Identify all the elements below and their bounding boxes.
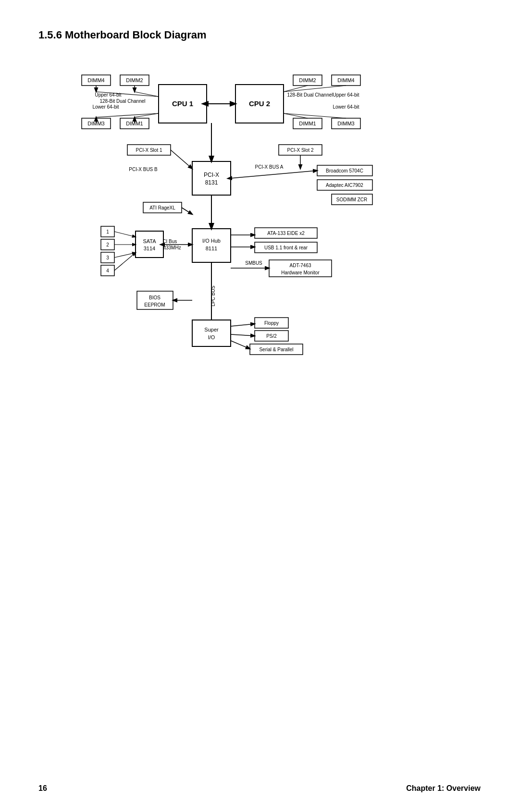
sata-label: SATA xyxy=(143,238,156,244)
svg-line-34 xyxy=(182,208,192,214)
dimm4-right-label: DIMM4 xyxy=(337,77,354,83)
svg-line-19 xyxy=(284,86,346,92)
upper64-left: Upper 64-bit xyxy=(95,92,121,98)
block-diagram: DIMM4 DIMM2 DIMM3 DIMM1 Upper 64-bit 128… xyxy=(53,61,466,397)
iohub-label: I/O Hub xyxy=(202,238,221,244)
svg-line-60 xyxy=(231,334,255,336)
pcix-slot2-label: PCI-X Slot 2 xyxy=(287,148,313,153)
floppy-label: Floppy xyxy=(264,320,279,326)
adaptec-label: Adaptec AIC7902 xyxy=(326,183,363,188)
ati-label: ATI RageXL xyxy=(149,205,175,210)
section-title: 1.5.6 Motherboard Block Diagram xyxy=(38,29,481,41)
svg-line-26 xyxy=(171,150,192,169)
page-number: 16 xyxy=(38,784,47,793)
dimm2-left-label: DIMM2 xyxy=(126,77,143,83)
upper64-right: Upper 64-bit xyxy=(333,92,359,98)
svg-rect-56 xyxy=(192,320,231,346)
dimm1-right-label: DIMM1 xyxy=(299,121,316,126)
sata-3-label: 3 xyxy=(106,255,109,260)
svg-line-62 xyxy=(231,341,250,349)
pcix-slot1-label: PCI-X Slot 1 xyxy=(136,148,162,153)
sata-2-label: 2 xyxy=(106,242,109,247)
dimm4-left-label: DIMM4 xyxy=(87,77,104,83)
superio-label: Super xyxy=(204,327,219,332)
ps2-label: PS/2 xyxy=(266,333,277,339)
svg-line-58 xyxy=(231,324,255,326)
iohub-num-label: 8111 xyxy=(206,246,217,251)
page-footer: 16 Chapter 1: Overview xyxy=(38,784,481,793)
eeprom-label: EEPROM xyxy=(144,302,165,308)
sata-1-label: 1 xyxy=(106,229,109,234)
sata-4-label: 4 xyxy=(106,268,109,273)
pcix-bus-a-label: PCI-X BUS A xyxy=(255,164,284,170)
smbus-label: SMBUS xyxy=(245,260,262,266)
hwmon-label: Hardware Monitor xyxy=(281,270,320,275)
serial-label: Serial & Parallel xyxy=(259,347,293,352)
lower64-left: Lower 64-bit xyxy=(92,104,119,110)
svg-rect-37 xyxy=(136,231,163,258)
usb-label: USB 1.1 front & rear xyxy=(264,245,308,250)
dimm2-right-label: DIMM2 xyxy=(299,77,316,83)
bios-label: BIOS xyxy=(149,295,161,300)
chapter-label: Chapter 1: Overview xyxy=(406,784,481,793)
svg-line-40 xyxy=(114,232,136,237)
superio-io-label: I/O xyxy=(208,334,215,340)
pcix-label: PCI-X xyxy=(204,172,219,178)
broadcom-label: Broadcom 5704C xyxy=(326,168,363,173)
lower64-right: Lower 64-bit xyxy=(333,104,359,110)
cpu1-label: CPU 1 xyxy=(172,99,193,108)
svg-line-31 xyxy=(231,171,317,178)
sata-num-label: 3114 xyxy=(144,246,155,251)
svg-line-16 xyxy=(96,113,159,117)
adt-label: ADT-7463 xyxy=(289,263,311,268)
sodimm-label: SODIMM ZCR xyxy=(336,197,367,202)
dualchan-left: 128-Bit Dual Channel xyxy=(99,98,145,104)
svg-line-21 xyxy=(284,113,346,118)
ata133-label: ATA-133 EIDE x2 xyxy=(267,231,305,236)
cpu2-label: CPU 2 xyxy=(249,99,270,108)
dimm3-right-label: DIMM3 xyxy=(337,121,354,126)
pcix-num-label: 8131 xyxy=(205,179,218,186)
dualchan-right: 128-Bit Dual Channel xyxy=(287,92,333,98)
pcix-bus-b-label: PCI-X BUS B xyxy=(129,167,158,172)
svg-rect-23 xyxy=(192,161,231,195)
